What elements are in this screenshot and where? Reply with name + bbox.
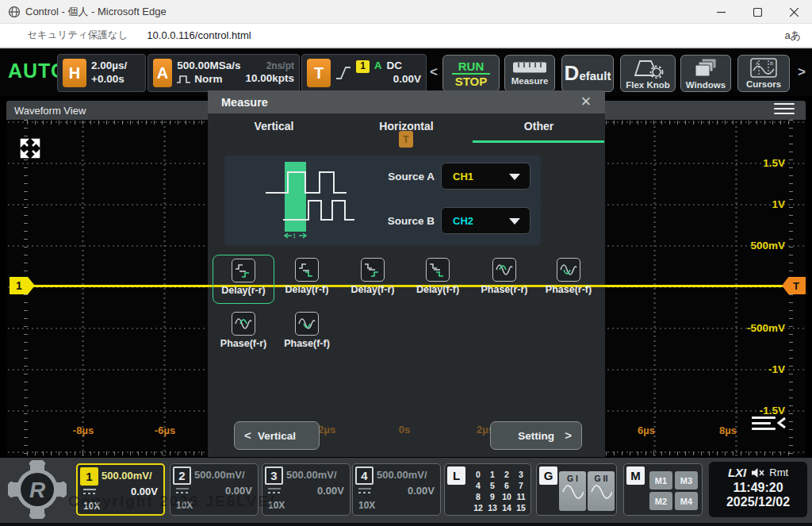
v-label: 1V <box>730 198 785 210</box>
cursors-button[interactable]: AB Cursors <box>737 55 790 92</box>
window-controls <box>703 0 812 24</box>
tab-other[interactable]: Other <box>473 113 605 143</box>
address-bar[interactable]: セキュリティ保護なし 10.0.0.116/control.html aあ <box>0 24 812 48</box>
bottom-edge-strip <box>0 523 812 526</box>
measure-item-label: Delay(r-r) <box>213 285 274 296</box>
run-stop-button[interactable]: RUN STOP <box>442 55 500 92</box>
ch4-box[interactable]: 4 500.00mV/ 0.00V 10X <box>352 463 441 516</box>
v-label: -1V <box>730 363 785 375</box>
waveform-view-label: Waveform View <box>14 105 86 117</box>
acq-mode-value: Norm <box>194 73 222 86</box>
trigger-level-marker[interactable]: T <box>782 277 806 294</box>
ch3-offset: 0.00V <box>317 485 344 497</box>
v-label: 500mV <box>730 240 785 251</box>
gen2-button[interactable]: G II <box>588 471 615 511</box>
dialog-close-icon[interactable]: × <box>575 90 597 113</box>
source-b-dropdown[interactable]: CH2 <box>441 207 530 234</box>
tab-vertical[interactable]: Vertical <box>208 113 340 143</box>
logic-digit: 1 <box>485 470 500 479</box>
measure-item-delay-ff[interactable]: Delay(f-f) <box>407 255 469 304</box>
measure-item-label: Phase(r-f) <box>538 284 599 295</box>
back-vertical-button[interactable]: < Vertical <box>234 421 320 450</box>
m4-button[interactable]: M4 <box>675 492 698 510</box>
math-box[interactable]: M M1 M3 M2 M4 <box>623 463 703 516</box>
source-a-dropdown[interactable]: CH1 <box>441 163 530 190</box>
measure-item-label: Phase(f-r) <box>213 338 274 349</box>
delay-rf-icon <box>295 258 319 282</box>
maximize-button[interactable] <box>739 0 776 24</box>
knob-icon <box>631 58 665 79</box>
t-label-faint: 0s <box>381 424 428 436</box>
memory-depth-value: 10.00kpts <box>245 72 294 86</box>
delay-ff-icon <box>426 258 450 282</box>
measure-item-phase-fr[interactable]: Phase(f-r) <box>213 309 274 358</box>
remote-label: Rmt <box>769 466 788 478</box>
ch1-marker[interactable]: 1 <box>10 277 35 294</box>
logic-digit: 4 <box>471 481 485 490</box>
cursors-button-label: Cursors <box>746 79 781 89</box>
math-label: M <box>626 466 645 485</box>
m1-button[interactable]: M1 <box>649 471 672 490</box>
horizontal-settings-button[interactable]: H 2.00µs/ +0.00s <box>57 54 146 92</box>
trigger-settings-button[interactable]: T 1 A DC 0.00V <box>301 54 427 92</box>
phase-ff-icon <box>295 312 319 336</box>
cursors-icon: AB <box>750 58 777 78</box>
measure-item-label: Phase(r-r) <box>473 284 535 295</box>
phase-rf-icon <box>557 258 580 282</box>
delay-diagram: t <box>264 159 377 240</box>
m2-button[interactable]: M2 <box>649 492 672 510</box>
acquisition-settings-button[interactable]: A 500.00MSa/s Norm 2ns/pt 10.00kpts <box>147 54 300 92</box>
measure-dialog: Measure × Vertical Horizontal Other T <box>208 90 605 457</box>
diagram-t-label: t <box>293 232 296 240</box>
active-tab-underline <box>473 140 604 143</box>
source-b-value: CH2 <box>453 215 473 227</box>
generator-box[interactable]: G G I G II <box>536 463 617 516</box>
trigger-position-badge[interactable]: T <box>399 131 413 148</box>
setting-button[interactable]: Setting > <box>490 421 582 450</box>
logic-digit: 10 <box>500 492 514 501</box>
close-button[interactable] <box>776 0 812 24</box>
rigol-logo[interactable]: R <box>8 460 67 522</box>
logic-digit: 8 <box>471 492 485 501</box>
windows-button[interactable]: Windows <box>680 55 731 92</box>
dialog-header[interactable]: Measure × <box>208 90 605 113</box>
measure-item-delay-fr[interactable]: Delay(f-r) <box>342 255 404 304</box>
logic-box[interactable]: L 0 1 2 3 4 5 6 7 8 9 10 11 12 13 14 15 <box>444 463 531 516</box>
measure-item-delay-rr[interactable]: Delay(r-r) <box>213 255 274 304</box>
source-a-label: Source A <box>367 171 435 182</box>
toolbar-scroll-right[interactable]: > <box>798 64 806 80</box>
source-b-label: Source B <box>367 215 435 227</box>
phase-rr-icon <box>492 258 516 282</box>
url-text[interactable]: 10.0.0.116/control.html <box>147 29 251 41</box>
measure-item-label: Delay(r-f) <box>276 284 338 295</box>
clock-time: 11:49:20 <box>709 481 807 495</box>
minimize-button[interactable] <box>703 0 739 24</box>
measure-item-label: Delay(f-r) <box>342 284 404 295</box>
menu-icon[interactable] <box>774 100 795 117</box>
flex-knob-button-label: Flex Knob <box>626 80 670 90</box>
trigger-coupling-letter: A <box>374 60 381 72</box>
gen1-button[interactable]: G I <box>559 471 586 511</box>
ime-indicator[interactable]: aあ <box>784 29 801 43</box>
ch4-offset: 0.00V <box>408 485 435 497</box>
bottom-status-bar: R 1 500.00mV/ 0.00V 10X 2 500.00mV/ 0.00… <box>0 458 812 523</box>
default-button[interactable]: Default Default <box>561 55 614 92</box>
source-panel: t Source A CH1 Source B CH2 <box>224 155 541 245</box>
collapse-menu-icon[interactable] <box>752 413 776 433</box>
chevron-down-icon <box>509 218 520 225</box>
measure-item-phase-ff[interactable]: Phase(f-f) <box>276 309 338 358</box>
measure-item-delay-rf[interactable]: Delay(r-f) <box>276 255 338 304</box>
toolbar-scroll-left[interactable]: < <box>430 64 438 80</box>
timebase-value: 2.00µs/ <box>91 60 127 73</box>
measure-button[interactable]: Measure <box>504 55 555 92</box>
expand-icon[interactable] <box>19 137 41 163</box>
ruler-icon <box>512 61 547 75</box>
m3-button[interactable]: M3 <box>675 471 698 490</box>
measure-item-phase-rr[interactable]: Phase(r-r) <box>473 255 535 304</box>
windows-button-label: Windows <box>686 80 726 90</box>
logic-digit: 0 <box>471 470 485 479</box>
logic-digit: 7 <box>514 481 528 490</box>
measure-item-phase-rf[interactable]: Phase(r-f) <box>538 255 599 304</box>
status-box[interactable]: LXI Rmt 11:49:20 2025/12/02 <box>709 462 807 517</box>
flex-knob-button[interactable]: Flex Knob <box>620 55 676 92</box>
